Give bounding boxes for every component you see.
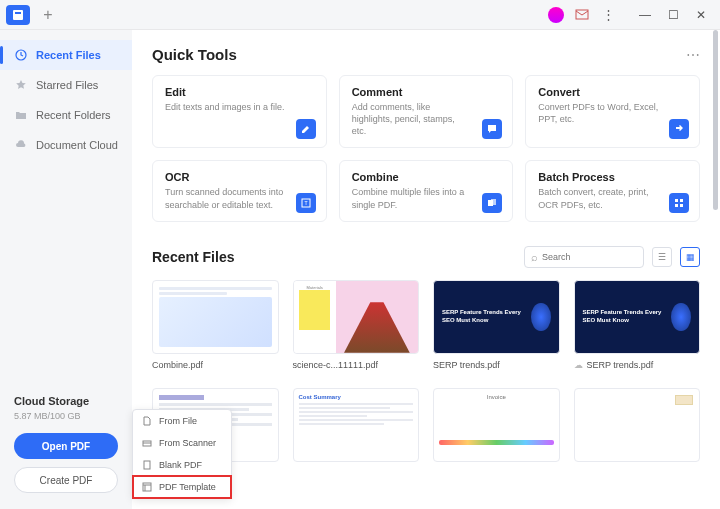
sidebar-item-label: Recent Files — [36, 49, 101, 61]
file-thumbnail — [574, 388, 701, 462]
svg-rect-11 — [680, 204, 683, 207]
user-avatar[interactable] — [548, 7, 564, 23]
search-icon: ⌕ — [531, 251, 538, 263]
cloud-icon — [14, 138, 28, 152]
file-name: Combine.pdf — [152, 360, 279, 370]
tool-convert[interactable]: Convert Convert PDFs to Word, Excel, PPT… — [525, 75, 700, 148]
cloud-storage-title: Cloud Storage — [14, 395, 118, 407]
notification-icon[interactable] — [574, 7, 590, 23]
clock-icon — [14, 48, 28, 62]
blank-page-icon — [141, 459, 153, 471]
svg-rect-14 — [144, 461, 150, 469]
menu-item-blank-pdf[interactable]: Blank PDF — [133, 454, 231, 476]
template-icon — [141, 481, 153, 493]
maximize-button[interactable]: ☐ — [660, 5, 686, 25]
file-thumbnail: Materials — [293, 280, 420, 354]
grid-view-button[interactable]: ▦ — [680, 247, 700, 267]
file-card[interactable]: Cost Summary — [293, 388, 420, 462]
file-card[interactable]: Invoice — [433, 388, 560, 462]
new-tab-button[interactable]: + — [38, 5, 58, 25]
search-input[interactable] — [542, 252, 622, 262]
file-icon — [141, 415, 153, 427]
svg-rect-0 — [13, 10, 23, 20]
tool-ocr[interactable]: OCR Turn scanned documents into searchab… — [152, 160, 327, 221]
recent-files-title: Recent Files — [152, 249, 234, 265]
tool-comment[interactable]: Comment Add comments, like highlights, p… — [339, 75, 514, 148]
file-thumbnail: Invoice — [433, 388, 560, 462]
search-box[interactable]: ⌕ — [524, 246, 644, 268]
sidebar-item-recent-files[interactable]: Recent Files — [0, 40, 132, 70]
folder-icon — [14, 108, 28, 122]
titlebar: + ⋮ — ☐ ✕ — [0, 0, 720, 30]
file-thumbnail: Cost Summary — [293, 388, 420, 462]
sidebar-item-document-cloud[interactable]: Document Cloud — [0, 130, 132, 160]
combine-icon — [482, 193, 502, 213]
app-logo-tab[interactable] — [6, 5, 30, 25]
batch-icon — [669, 193, 689, 213]
sidebar: Recent Files Starred Files Recent Folder… — [0, 30, 132, 509]
recent-files-grid: Combine.pdf Materials science-c...11111.… — [152, 280, 700, 462]
cloud-indicator-icon: ☁ — [574, 360, 583, 370]
quick-tools-title: Quick Tools — [152, 46, 237, 63]
sidebar-item-starred-files[interactable]: Starred Files — [0, 70, 132, 100]
svg-rect-7 — [491, 199, 496, 205]
file-card[interactable] — [574, 388, 701, 462]
edit-icon — [296, 119, 316, 139]
sidebar-item-recent-folders[interactable]: Recent Folders — [0, 100, 132, 130]
ocr-icon: T — [296, 193, 316, 213]
sidebar-item-label: Recent Folders — [36, 109, 111, 121]
file-thumbnail: SERP Feature Trends Every SEO Must Know — [433, 280, 560, 354]
tool-combine[interactable]: Combine Combine multiple files into a si… — [339, 160, 514, 221]
create-pdf-context-menu: From File From Scanner Blank PDF PDF Tem… — [132, 409, 232, 499]
cloud-storage-usage: 5.87 MB/100 GB — [14, 411, 118, 421]
vertical-scrollbar[interactable] — [713, 30, 718, 210]
file-thumbnail — [152, 280, 279, 354]
file-name: science-c...11111.pdf — [293, 360, 420, 370]
sidebar-item-label: Document Cloud — [36, 139, 118, 151]
list-view-button[interactable]: ☰ — [652, 247, 672, 267]
convert-icon — [669, 119, 689, 139]
menu-item-pdf-template[interactable]: PDF Template — [133, 476, 231, 498]
file-card[interactable]: SERP Feature Trends Every SEO Must Know … — [433, 280, 560, 370]
sidebar-item-label: Starred Files — [36, 79, 98, 91]
svg-rect-8 — [675, 199, 678, 202]
svg-rect-10 — [675, 204, 678, 207]
svg-text:T: T — [304, 200, 307, 206]
menu-item-from-scanner[interactable]: From Scanner — [133, 432, 231, 454]
file-card[interactable]: Materials science-c...11111.pdf — [293, 280, 420, 370]
file-card[interactable]: SERP Feature Trends Every SEO Must Know … — [574, 280, 701, 370]
file-thumbnail: SERP Feature Trends Every SEO Must Know — [574, 280, 701, 354]
star-icon — [14, 78, 28, 92]
minimize-button[interactable]: — — [632, 5, 658, 25]
file-card[interactable]: Combine.pdf — [152, 280, 279, 370]
close-button[interactable]: ✕ — [688, 5, 714, 25]
menu-item-from-file[interactable]: From File — [133, 410, 231, 432]
svg-rect-15 — [143, 483, 151, 491]
cloud-storage-block: Cloud Storage 5.87 MB/100 GB Open PDF Cr… — [0, 385, 132, 509]
file-name: ☁SERP trends.pdf — [574, 360, 701, 370]
open-pdf-button[interactable]: Open PDF — [14, 433, 118, 459]
tool-batch-process[interactable]: Batch Process Batch convert, create, pri… — [525, 160, 700, 221]
svg-rect-9 — [680, 199, 683, 202]
scanner-icon — [141, 437, 153, 449]
quick-tools-grid: Edit Edit texts and images in a file. Co… — [152, 75, 700, 222]
create-pdf-button[interactable]: Create PDF — [14, 467, 118, 493]
comment-icon — [482, 119, 502, 139]
quick-tools-more-icon[interactable]: ⋯ — [686, 47, 700, 63]
tool-edit[interactable]: Edit Edit texts and images in a file. — [152, 75, 327, 148]
menu-dots-icon[interactable]: ⋮ — [600, 7, 616, 23]
svg-rect-1 — [15, 12, 21, 14]
file-name: SERP trends.pdf — [433, 360, 560, 370]
